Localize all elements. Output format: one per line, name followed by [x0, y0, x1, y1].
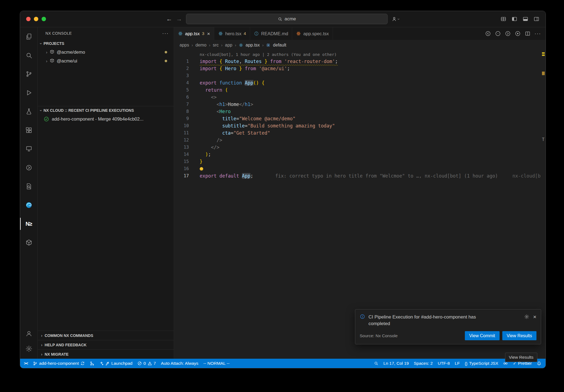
tab-readme-md[interactable]: README.md — [250, 27, 292, 40]
code-line[interactable]: 1import { Route, Routes } from 'react-ro… — [174, 58, 546, 65]
notification-message: CI Pipeline Execution for #add-hero-comp… — [368, 314, 492, 327]
cursor-position-status[interactable]: Ln 17, Col 19 — [381, 361, 411, 366]
project-item-acme-ui[interactable]: › @acme/ui — [38, 56, 174, 65]
close-window-button[interactable] — [26, 17, 31, 21]
view-commit-button[interactable]: View Commit — [465, 331, 500, 340]
lightbulb-icon[interactable] — [200, 167, 203, 171]
sidebar-item-explorer[interactable] — [20, 27, 37, 46]
code-line[interactable]: 13 </> — [174, 144, 546, 151]
overview-ruler[interactable]: T — [541, 50, 546, 359]
next-change-icon[interactable] — [505, 31, 511, 37]
breadcrumb-item[interactable]: default — [273, 43, 286, 48]
code-line[interactable]: 10 subtitle="Build something amazing tod… — [174, 122, 546, 129]
code-line[interactable]: 4export function App() { — [174, 79, 546, 86]
settings-button[interactable] — [20, 341, 37, 356]
sidebar-item-containers[interactable] — [20, 233, 37, 252]
project-item-acme-demo[interactable]: › @acme/demo — [38, 48, 174, 56]
branch-status[interactable]: add-hero-component — [30, 359, 87, 368]
help-and-feedback-section[interactable]: › HELP AND FEEDBACK — [38, 340, 174, 349]
vscode-window: ← → acme › — [20, 11, 546, 368]
profiles-button[interactable]: › — [392, 16, 400, 22]
customize-layout-icon[interactable] — [500, 16, 506, 22]
minimize-window-button[interactable] — [34, 17, 38, 21]
file-search-icon — [25, 183, 32, 190]
code-line[interactable]: 17export default App;fix: correct typo i… — [174, 172, 546, 179]
code-line[interactable]: 6 <> — [174, 94, 546, 101]
toggle-sidebar-right-icon[interactable] — [533, 16, 539, 22]
command-center-search[interactable]: acme — [186, 14, 388, 24]
sidebar-item-nx-console[interactable]: N≥ — [20, 214, 37, 233]
code-line[interactable]: 8 <Hero — [174, 108, 546, 115]
toggle-blame-icon[interactable] — [495, 31, 501, 37]
code-line[interactable]: 14 ); — [174, 151, 546, 158]
code-line[interactable]: 16 — [174, 165, 546, 172]
code-line[interactable]: 5 return ( — [174, 86, 546, 94]
account-button[interactable] — [20, 326, 37, 341]
commit-graph-status[interactable] — [87, 359, 97, 368]
more-actions-icon[interactable]: ··· — [162, 31, 169, 36]
tab-app-tsx[interactable]: app.tsx 3 × — [174, 27, 214, 40]
code-line[interactable]: 3 — [174, 72, 546, 79]
close-icon[interactable]: × — [533, 314, 536, 320]
sidebar-item-run-debug[interactable] — [20, 83, 37, 102]
vim-mode-status[interactable]: -- NORMAL -- — [201, 359, 232, 368]
close-tab-icon[interactable]: × — [207, 31, 210, 36]
toggle-panel-icon[interactable] — [522, 16, 528, 22]
language-status[interactable]: {} TypeScript JSX — [462, 361, 501, 366]
sidebar-item-testing[interactable] — [20, 102, 37, 121]
common-nx-commands-section[interactable]: › COMMON NX COMMANDS — [38, 331, 174, 340]
chevron-right-icon: › — [41, 342, 42, 347]
sidebar-item-source-control[interactable] — [20, 65, 37, 83]
sidebar-item-remote-explorer[interactable] — [20, 140, 37, 158]
encoding-status[interactable]: UTF-8 — [435, 361, 452, 366]
more-actions-icon[interactable]: ··· — [535, 31, 541, 37]
sidebar-item-extensions[interactable] — [20, 121, 37, 140]
chevron-right-icon: › — [235, 43, 236, 47]
sidebar-item-edge-devtools[interactable] — [20, 196, 37, 214]
braces-icon: {} — [465, 361, 467, 366]
breadcrumb-item[interactable]: app.tsx — [246, 43, 260, 48]
view-results-button[interactable]: View Results — [502, 331, 536, 340]
auto-attach-status[interactable]: Auto Attach: Always — [158, 359, 201, 368]
navigate-back-icon[interactable]: ← — [166, 16, 172, 22]
symbol-icon — [266, 43, 270, 47]
indentation-status[interactable]: Spaces: 2 — [411, 361, 435, 366]
git-blame-lens[interactable]: nx-cloud[bot], 1 hour ago | 2 authors (Y… — [174, 51, 546, 58]
sidebar-item-search[interactable] — [20, 46, 37, 65]
code-line[interactable]: 15} — [174, 158, 546, 165]
pipeline-execution-item[interactable]: add-hero-component - Merge 409b4e4cb02..… — [38, 115, 174, 123]
projects-section-header[interactable]: › PROJECTS — [38, 39, 174, 48]
nx-migrate-section[interactable]: › NX MIGRATE — [38, 349, 174, 359]
code-line[interactable]: 2import { Hero } from '@acme/ui'; — [174, 65, 546, 72]
code-line[interactable]: 9 title="Welcome @acme/demo" — [174, 115, 546, 122]
screencast-status[interactable] — [370, 361, 381, 366]
remote-indicator[interactable]: >< — [20, 359, 30, 368]
launchpad-status[interactable]: Launchpad — [97, 359, 135, 368]
breadcrumb-item[interactable]: src — [213, 43, 219, 48]
run-file-icon[interactable] — [515, 31, 521, 37]
maximize-window-button[interactable] — [42, 17, 46, 21]
problems-status[interactable]: 0 7 — [135, 359, 158, 368]
extensions-icon — [25, 127, 32, 134]
chevron-right-icon: › — [209, 43, 210, 47]
breadcrumb-item[interactable]: apps — [180, 43, 189, 48]
circle-arrow-icon — [25, 164, 32, 171]
nx-cloud-section-header[interactable]: › NX CLOUD :: RECENT CI PIPELINE EXECUTI… — [38, 106, 174, 115]
toggle-sidebar-left-icon[interactable] — [511, 16, 517, 22]
tab-hero-tsx[interactable]: hero.tsx 4 — [214, 27, 250, 40]
sidebar-item-nx-cloud[interactable] — [20, 158, 37, 177]
code-line[interactable]: 12 /> — [174, 137, 546, 144]
sidebar-item-file-search[interactable] — [20, 177, 37, 196]
eol-status[interactable]: LF — [452, 361, 462, 366]
breadcrumb-item[interactable]: app — [225, 43, 232, 48]
split-editor-icon[interactable] — [525, 31, 531, 37]
breadcrumb-item[interactable]: demo — [196, 43, 207, 48]
code-line[interactable]: 7 <h1>Home</h1> — [174, 101, 546, 108]
prev-change-icon[interactable] — [485, 31, 491, 37]
gear-icon[interactable] — [524, 314, 529, 319]
navigate-forward-icon[interactable]: → — [176, 16, 182, 22]
tab-app-spec-tsx[interactable]: app.spec.tsx — [292, 27, 333, 40]
code-line[interactable]: 11 cta="Get Started" — [174, 129, 546, 137]
chevron-right-icon: › — [192, 43, 193, 47]
warning-icon — [148, 361, 152, 366]
